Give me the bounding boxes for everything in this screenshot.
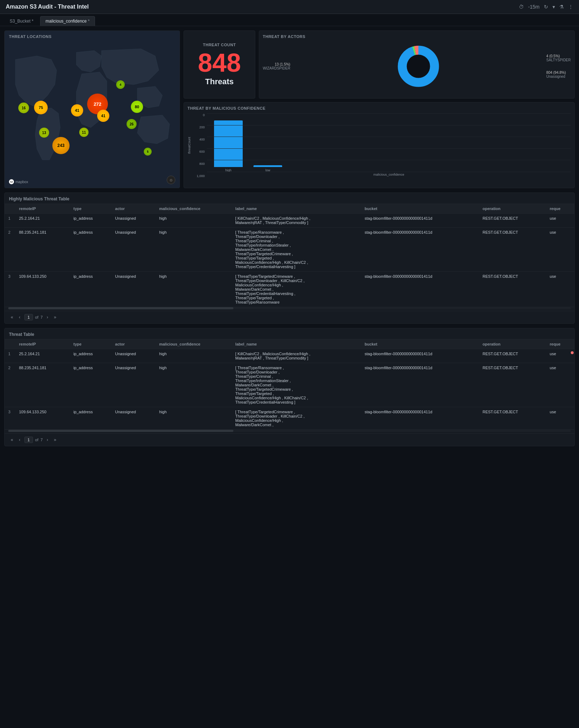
actor-annotations-right: 4 (0.5%) SALTYSPIDER 804 (94.8%) Unassig… [546, 54, 571, 78]
last-page-btn[interactable]: » [52, 314, 58, 320]
t-cell-num-3: 3 [5, 407, 15, 430]
t-cell-label-2: [ ThreatType/Ransomware , ThreatType/Dow… [232, 363, 361, 407]
t-col-bucket[interactable]: bucket [361, 339, 479, 349]
gridlines [207, 113, 571, 172]
t-col-operation[interactable]: operation [479, 339, 546, 349]
t-total-pages: 7 [41, 438, 43, 442]
map-container[interactable]: 272 75 16 41 41 80 4 26 243 13 [5, 31, 180, 188]
t-col-confidence[interactable]: malicious_confidence [156, 339, 232, 349]
t-cell-num-2: 2 [5, 363, 15, 407]
t-cell-bucket-2: stag-bloomfilter-00000000000001411d [361, 363, 479, 407]
y-axis-title: threatCount [188, 137, 191, 154]
next-page-btn[interactable]: › [45, 314, 50, 320]
tabs-bar: S3_Bucket * malicious_confidence * [0, 14, 579, 26]
cell-num-1: 1 [5, 214, 15, 228]
t-cell-conf-1: high [156, 349, 232, 363]
col-bucket[interactable]: bucket [361, 204, 479, 214]
threat-actors-title: Threat by Actors [263, 34, 571, 39]
threat-count-label: Threats [205, 77, 233, 86]
chevron-down-icon[interactable]: ▾ [552, 4, 555, 10]
col-confidence[interactable]: malicious_confidence [156, 204, 232, 214]
t-first-page-btn[interactable]: « [9, 437, 15, 443]
actors-layout: 13 (1.5%) WIZARDSPIDER [263, 42, 571, 91]
current-page: 1 [24, 314, 33, 320]
mapbox-logo: M mapbox [9, 179, 28, 184]
t-prev-page-btn[interactable]: ‹ [17, 437, 22, 443]
hm-scrollbar-thumb[interactable] [8, 307, 233, 309]
col-label[interactable]: label_name [232, 204, 361, 214]
t-col-remoteip[interactable]: remoteIP [15, 339, 70, 349]
x-axis-title: malicious_confidence [207, 173, 571, 178]
cell-actor-2: Unassigned [111, 228, 156, 272]
bubble-11: 11 [79, 128, 89, 137]
filter-icon[interactable]: ⚗ [559, 4, 564, 10]
t-cell-num-1: 1 [5, 349, 15, 363]
t-scrollbar[interactable] [8, 430, 571, 432]
cell-bucket-1: stag-bloomfilter-00000000000001411d [361, 214, 479, 228]
t-cell-bucket-3: stag-bloomfilter-00000000000001411d [361, 407, 479, 430]
refresh-icon[interactable]: ↻ [544, 4, 548, 10]
t-next-page-btn[interactable]: › [45, 437, 50, 443]
cell-num-3: 3 [5, 272, 15, 307]
col-type[interactable]: type [70, 204, 111, 214]
hm-pagination: « ‹ 1 of 7 › » [5, 311, 574, 323]
bubble-4: 4 [116, 80, 125, 89]
table-row: 1 25.2.164.21 ip_address Unassigned high… [5, 214, 574, 228]
t-col-type[interactable]: type [70, 339, 111, 349]
threat-table-header-row: remoteIP type actor malicious_confidence… [5, 339, 574, 349]
cell-op-1: REST.GET.OBJECT [479, 214, 546, 228]
confidence-panel: Threat by Malicious Confidence threatCou… [184, 102, 575, 188]
t-col-label[interactable]: label_name [232, 339, 361, 349]
cell-req-1: use [546, 214, 574, 228]
more-icon[interactable]: ⋮ [568, 4, 573, 10]
cell-num-2: 2 [5, 228, 15, 272]
t-cell-actor-3: Unassigned [111, 407, 156, 430]
highly-malicious-table-title: Highly Malicious Threat Table [5, 193, 574, 204]
bubble-243: 243 [52, 137, 70, 154]
threat-table-panel: Threat Table remoteIP type actor malicio… [4, 328, 575, 446]
time-filter[interactable]: -15m [528, 4, 540, 10]
cell-conf-2: high [156, 228, 232, 272]
t-cell-op-2: REST.GET.OBJECT [479, 363, 546, 407]
tab-malicious-confidence[interactable]: malicious_confidence * [40, 16, 95, 26]
cell-ip-2: 88.235.241.181 [15, 228, 70, 272]
tab-s3-bucket[interactable]: S3_Bucket * [4, 16, 39, 26]
cell-actor-3: Unassigned [111, 272, 156, 307]
t-cell-type-2: ip_address [70, 363, 111, 407]
t-col-num [5, 339, 15, 349]
threat-actors-panel: Threat by Actors 13 (1.5%) WIZARDSPIDER [259, 30, 575, 99]
map-title: Threat Locations [9, 34, 52, 39]
hm-scrollbar[interactable] [8, 307, 571, 309]
t-cell-op-3: REST.GET.OBJECT [479, 407, 546, 430]
t-last-page-btn[interactable]: » [52, 437, 58, 443]
bars-area: high low [207, 113, 571, 172]
t-cell-ip-3: 109.64.133.250 [15, 407, 70, 430]
bubble-16: 16 [18, 103, 29, 113]
col-actor[interactable]: actor [111, 204, 156, 214]
t-cell-actor-2: Unassigned [111, 363, 156, 407]
t-scrollbar-thumb[interactable] [8, 430, 233, 432]
first-page-btn[interactable]: « [9, 314, 15, 320]
bubble-13: 13 [39, 128, 49, 138]
col-request[interactable]: reque [546, 204, 574, 214]
t-col-actor[interactable]: actor [111, 339, 156, 349]
map-compass: ⊙ [167, 176, 175, 184]
col-remoteip[interactable]: remoteIP [15, 204, 70, 214]
col-operation[interactable]: operation [479, 204, 546, 214]
t-cell-req-2: use [546, 363, 574, 407]
t-col-request[interactable]: reque [546, 339, 574, 349]
threat-table-row: 3 109.64.133.250 ip_address Unassigned h… [5, 407, 574, 430]
threat-pagination: « ‹ 1 of 7 › » [5, 433, 574, 446]
main-content: Threat Locations [0, 26, 579, 451]
page-of-label: of [35, 315, 38, 319]
t-cell-label-1: [ KillChain/C2 , MaliciousConfidence/Hig… [232, 349, 361, 363]
chart-inner: threatCount 1,000 800 600 400 200 0 [188, 113, 571, 178]
map-panel: Threat Locations [4, 30, 180, 188]
t-cell-req-3: use [546, 407, 574, 430]
bubble-41-left: 41 [71, 104, 83, 116]
highly-malicious-table: remoteIP type actor malicious_confidence… [5, 204, 574, 307]
highly-malicious-table-panel: Highly Malicious Threat Table remoteIP t… [4, 192, 575, 324]
t-cell-ip-1: 25.2.164.21 [15, 349, 70, 363]
table-row: 3 109.64.133.250 ip_address Unassigned h… [5, 272, 574, 307]
prev-page-btn[interactable]: ‹ [17, 314, 22, 320]
